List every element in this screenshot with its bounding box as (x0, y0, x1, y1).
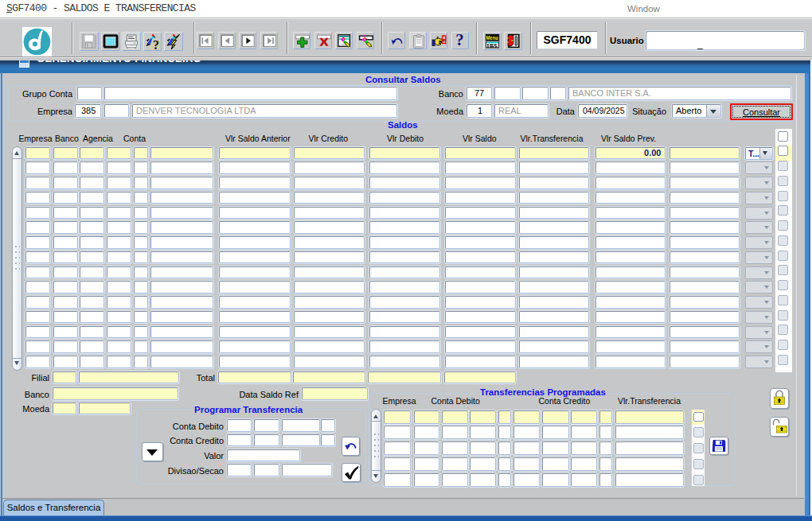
svg-text:?: ? (153, 38, 159, 51)
svg-text:Menu: Menu (486, 34, 498, 41)
